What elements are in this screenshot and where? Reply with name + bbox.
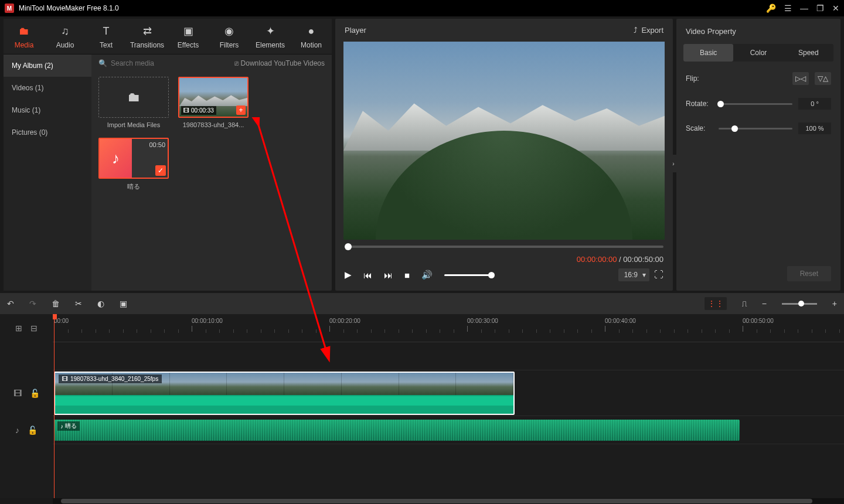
properties-panel: › Video Property Basic Color Speed Flip:… — [676, 19, 840, 291]
app-title: MiniTool MovieMaker Free 8.1.0 — [19, 4, 766, 12]
stop-button[interactable]: ■ — [404, 270, 410, 280]
film-icon: 🎞 — [183, 107, 189, 114]
music-note-icon: ♫ — [61, 25, 69, 38]
tab-transitions[interactable]: ⇄Transitions — [127, 19, 168, 54]
sidebar-item-pictures[interactable]: Pictures (0) — [4, 121, 91, 144]
video-clip[interactable]: 🎞19807833-uhd_3840_2160_25fps — [54, 372, 515, 415]
tab-effects[interactable]: ▣Effects — [168, 19, 209, 54]
tab-motion[interactable]: ●Motion — [291, 19, 332, 54]
folder-plus-icon: 🖿 — [127, 90, 140, 105]
ruler-tick: 00:00:10:00 — [192, 318, 223, 324]
speed-button[interactable]: ◐ — [97, 299, 104, 308]
volume-slider[interactable] — [444, 274, 491, 276]
scale-slider[interactable] — [719, 128, 792, 130]
seek-bar[interactable] — [345, 246, 663, 248]
import-thumb[interactable]: 🖿 — [98, 77, 169, 118]
scale-value[interactable]: 100 % — [798, 122, 831, 134]
split-button[interactable]: ✂ — [75, 299, 82, 308]
rotate-value[interactable]: 0 ° — [798, 98, 831, 110]
tab-elements[interactable]: ✦Elements — [250, 19, 291, 54]
video-track-icon[interactable]: 🎞 — [13, 389, 22, 398]
sidebar-item-my-album[interactable]: My Album (2) — [4, 55, 91, 77]
timeline-scrollbar[interactable] — [53, 498, 844, 504]
transitions-icon: ⇄ — [143, 25, 152, 38]
zoom-in-button[interactable]: + — [832, 299, 837, 308]
key-icon[interactable]: 🔑 — [766, 4, 776, 13]
music-icon: ♪ — [100, 139, 132, 178]
download-youtube-link[interactable]: ⎚ Download YouTube Videos — [234, 59, 325, 67]
tab-media[interactable]: 🖿Media — [4, 19, 45, 54]
motion-icon: ● — [308, 25, 315, 38]
audio-track[interactable]: ♪晴る — [53, 416, 844, 444]
redo-button[interactable]: ↷ — [29, 299, 36, 308]
playhead[interactable] — [54, 314, 55, 498]
ruler-tick: 00:00:40:00 — [605, 318, 636, 324]
add-to-timeline-button[interactable]: + — [236, 105, 246, 115]
timeline-ruler[interactable]: 00:0000:00:10:0000:00:20:0000:00:30:0000… — [53, 314, 844, 342]
collapse-handle[interactable]: › — [671, 155, 676, 172]
rotate-slider[interactable] — [719, 103, 792, 105]
audio-clip[interactable]: ♪晴る — [54, 420, 740, 441]
minimize-icon[interactable]: — — [800, 4, 808, 13]
add-track-icon[interactable]: ⊞ — [15, 323, 22, 333]
media-item-music[interactable]: ♪ 00:50 ✓ 晴る — [98, 138, 169, 191]
zoom-out-button[interactable]: − — [762, 299, 767, 308]
music-thumbnail[interactable]: ♪ 00:50 ✓ — [98, 138, 169, 179]
reset-button[interactable]: Reset — [787, 266, 831, 281]
prev-frame-button[interactable]: ⏮ — [363, 270, 372, 280]
close-icon[interactable]: ✕ — [832, 4, 839, 13]
timeline-tracks[interactable]: 00:0000:00:10:0000:00:20:0000:00:30:0000… — [53, 314, 844, 498]
prop-tab-speed[interactable]: Speed — [784, 44, 833, 62]
delete-button[interactable]: 🗑 — [52, 299, 60, 308]
effects-icon: ▣ — [183, 25, 193, 38]
elements-icon: ✦ — [266, 25, 275, 38]
video-track-header: 🎞 🔓 — [0, 370, 53, 416]
next-frame-button[interactable]: ⏭ — [384, 270, 393, 280]
prop-tab-basic[interactable]: Basic — [683, 44, 733, 62]
export-button[interactable]: ⤴ Export — [634, 26, 663, 35]
flip-horizontal-button[interactable]: ▷◁ — [792, 72, 809, 85]
lock-icon[interactable]: 🔓 — [30, 389, 40, 398]
hamburger-menu-icon[interactable]: ☰ — [784, 4, 792, 13]
preview-viewport[interactable] — [343, 42, 665, 240]
undo-button[interactable]: ↶ — [7, 299, 14, 308]
music-item-name: 晴る — [127, 182, 140, 191]
tab-text[interactable]: TText — [86, 19, 127, 54]
sidebar-item-music[interactable]: Music (1) — [4, 99, 91, 121]
audio-track-header: ♪ 🔓 — [0, 416, 53, 444]
music-duration: 00:50 — [149, 141, 165, 148]
audio-track-icon[interactable]: ♪ — [15, 425, 19, 435]
zoom-slider[interactable] — [782, 303, 817, 305]
maximize-icon[interactable]: ❐ — [816, 4, 824, 13]
media-item-video[interactable]: 🎞00:00:33 + 19807833-uhd_384... — [178, 77, 249, 128]
tab-filters[interactable]: ◉Filters — [209, 19, 250, 54]
video-thumbnail[interactable]: 🎞00:00:33 + — [178, 77, 249, 118]
tab-audio[interactable]: ♫Audio — [45, 19, 86, 54]
ruler-tick: 00:00:30:00 — [467, 318, 498, 324]
track-header-controls: ⊞ ⊟ — [0, 314, 53, 342]
prop-tab-color[interactable]: Color — [733, 44, 783, 62]
flip-vertical-button[interactable]: ▽△ — [815, 72, 831, 85]
app-logo: М — [5, 4, 14, 13]
media-sidebar: My Album (2) Videos (1) Music (1) Pictur… — [4, 55, 91, 291]
properties-title: Video Property — [676, 19, 840, 44]
aspect-ratio-select[interactable]: 16:9 — [618, 268, 649, 281]
snap-toggle[interactable]: ⋮⋮ — [705, 297, 727, 310]
sidebar-item-videos[interactable]: Videos (1) — [4, 77, 91, 99]
video-track[interactable]: 🎞19807833-uhd_3840_2160_25fps — [53, 370, 844, 416]
category-tabs: 🖿Media ♫Audio TText ⇄Transitions ▣Effect… — [4, 19, 332, 55]
player-panel: Player ⤴ Export 00:00:00:00 / 00:00:50:0… — [335, 19, 673, 291]
lock-icon[interactable]: 🔓 — [28, 425, 38, 435]
marker-button[interactable]: ⎍ — [742, 299, 747, 308]
collapse-tracks-icon[interactable]: ⊟ — [30, 323, 38, 333]
fullscreen-icon[interactable]: ⛶ — [654, 270, 663, 280]
volume-icon[interactable]: 🔊 — [421, 270, 433, 280]
crop-button[interactable]: ▣ — [120, 299, 127, 308]
play-button[interactable]: ▶ — [345, 270, 352, 280]
export-icon: ⤴ — [634, 26, 638, 35]
ruler-tick: 00:00:20:00 — [329, 318, 360, 324]
import-media-tile[interactable]: 🖿 Import Media Files — [98, 77, 169, 128]
search-input[interactable] — [111, 59, 169, 67]
ruler-tick: 00:00:50:00 — [743, 318, 774, 324]
flip-label: Flip: — [686, 74, 713, 83]
